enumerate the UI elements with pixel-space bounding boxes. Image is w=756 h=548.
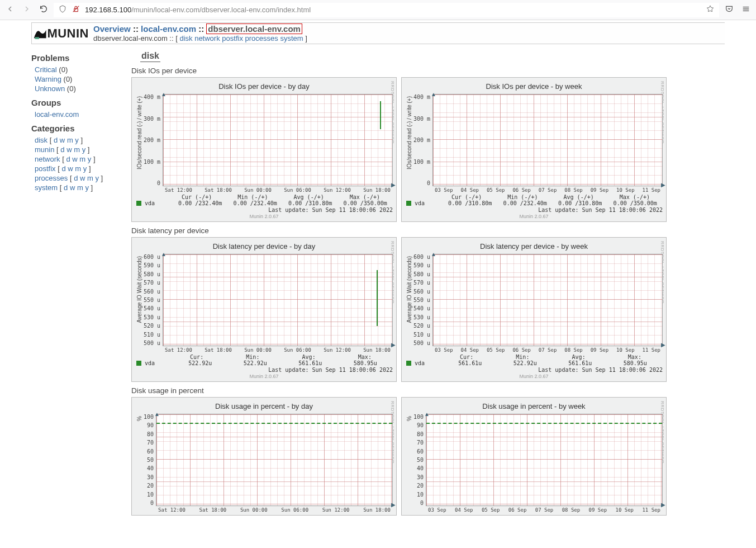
category-link-processes[interactable]: processes <box>35 174 68 182</box>
url-text: 192.168.5.100/munin/local-env.com/dbserv… <box>85 6 311 14</box>
reload-icon[interactable] <box>39 4 48 15</box>
shield-icon[interactable] <box>58 4 67 15</box>
url-bar[interactable]: 192.168.5.100/munin/local-env.com/dbserv… <box>54 3 719 17</box>
axis-arrow-right-icon: ▶ <box>391 182 396 188</box>
hamburger-icon[interactable] <box>741 4 750 15</box>
category-item: processes [ d w m y ] <box>31 173 120 183</box>
back-icon[interactable] <box>6 4 15 15</box>
category-item: system [ d w m y ] <box>31 183 120 192</box>
subcrumb-open: :: [ <box>169 34 179 42</box>
period-link-m[interactable]: m <box>75 164 81 173</box>
subcrumb-link-system[interactable]: system <box>280 34 303 42</box>
breadcrumb-group[interactable]: local-env.com <box>141 24 196 34</box>
period-link-y[interactable]: y <box>83 164 87 173</box>
period-link-m[interactable]: m <box>87 174 93 182</box>
munin-logo[interactable]: MUNIN <box>33 25 89 42</box>
legend-row: vda0.00 /232.40m0.00 /232.40m0.00 /310.8… <box>135 200 393 206</box>
problem-link[interactable]: Unknown <box>35 84 65 93</box>
main-content: disk Disk IOs per device RRDTOOL / TOBI … <box>126 51 756 520</box>
period-link-y[interactable]: y <box>75 136 79 144</box>
period-link-w[interactable]: w <box>60 136 65 144</box>
chart-card[interactable]: RRDTOOL / TOBI OETIKER Disk latency per … <box>401 237 667 382</box>
period-link-m[interactable]: m <box>79 155 85 163</box>
period-link-w[interactable]: w <box>66 145 72 154</box>
chart-title: Disk latency per device - by week <box>405 242 663 251</box>
x-ticks: Sat 12:00Sat 18:00Sun 00:00Sun 06:00Sun … <box>163 346 393 353</box>
munin-version: Munin 2.0.67 <box>135 374 393 379</box>
stats-header: Cur:Min:Avg:Max: <box>405 353 663 360</box>
axis-arrow-up-icon: ▲ <box>161 251 167 257</box>
period-link-d[interactable]: d <box>66 155 70 163</box>
period-link-w[interactable]: w <box>70 183 75 192</box>
period-link-d[interactable]: d <box>64 183 68 192</box>
problem-count: (0) <box>64 75 73 83</box>
problem-link[interactable]: Critical <box>35 65 57 74</box>
subcrumb-link-disk[interactable]: disk <box>179 34 192 42</box>
category-link-system[interactable]: system <box>35 183 58 192</box>
period-link-y[interactable]: y <box>95 174 99 182</box>
group-link[interactable]: local-env.com <box>35 110 79 119</box>
period-link-y[interactable]: y <box>88 155 92 163</box>
legend-label: vda <box>415 360 443 366</box>
legend-row: vda0.00 /310.80m0.00 /232.40m0.00 /310.8… <box>405 200 663 206</box>
chart-group-label: Disk usage in percent <box>131 386 725 395</box>
category-link-munin[interactable]: munin <box>35 145 54 154</box>
period-link-d[interactable]: d <box>61 164 65 173</box>
plot-area: ▲ ▶ <box>163 254 393 346</box>
period-link-d[interactable]: d <box>74 174 78 182</box>
chart-card[interactable]: RRDTOOL / TOBI OETIKER Disk usage in per… <box>131 397 397 516</box>
forward-icon[interactable] <box>22 4 31 15</box>
period-link-w[interactable]: w <box>72 155 77 163</box>
legend-swatch <box>406 361 411 366</box>
subcrumb-link-network[interactable]: network <box>194 34 220 42</box>
last-update: Last update: Sun Sep 11 18:00:06 2022 <box>405 206 663 213</box>
subcrumb-close: ] <box>305 34 307 42</box>
category-link-postfix[interactable]: postfix <box>35 164 56 173</box>
category-link-network[interactable]: network <box>35 155 60 163</box>
period-link-y[interactable]: y <box>82 145 86 154</box>
problem-link[interactable]: Warning <box>35 75 61 83</box>
period-link-w[interactable]: w <box>68 164 73 173</box>
threshold-line <box>156 423 392 424</box>
subcrumb-node: dbserver.local-env.com <box>93 34 168 42</box>
lock-strike-icon[interactable] <box>72 4 80 15</box>
period-link-m[interactable]: m <box>77 183 83 192</box>
legend-row: vda561.61u522.92u561.61u580.95u <box>405 360 663 366</box>
category-item: postfix [ d w m y ] <box>31 164 120 173</box>
period-link-d[interactable]: d <box>54 136 58 144</box>
pocket-icon[interactable] <box>725 4 734 15</box>
y-axis-label: Average IO Wait (seconds) <box>405 254 413 325</box>
period-link-w[interactable]: w <box>80 174 85 182</box>
problem-count: (0) <box>67 84 76 93</box>
categories-list: disk [ d w m y ]munin [ d w m y ]network… <box>31 135 120 192</box>
bookmark-star-icon[interactable] <box>706 4 715 15</box>
chart-card[interactable]: RRDTOOL / TOBI OETIKER Disk latency per … <box>131 237 397 382</box>
axis-arrow-up-icon: ▲ <box>154 411 160 417</box>
stats-header: Cur (-/+)Min (-/+)Avg (-/+)Max (-/+) <box>405 193 663 200</box>
plot-area: ▲ ▶ <box>163 94 393 186</box>
y-axis-label: IOs/second read (-) / write (+) <box>135 94 144 172</box>
y-axis-label: % <box>135 414 144 423</box>
axis-arrow-up-icon: ▲ <box>431 91 436 97</box>
breadcrumb-overview[interactable]: Overview <box>93 24 131 34</box>
category-link-disk[interactable]: disk <box>35 136 47 144</box>
category-item: disk [ d w m y ] <box>31 135 120 145</box>
period-link-y[interactable]: y <box>85 183 89 192</box>
chart-card[interactable]: RRDTOOL / TOBI OETIKER Disk IOs per devi… <box>401 77 667 222</box>
subcrumb-link-postfix[interactable]: postfix <box>222 34 243 42</box>
legend-swatch <box>136 361 141 366</box>
chart-card[interactable]: RRDTOOL / TOBI OETIKER Disk usage in per… <box>401 397 667 516</box>
breadcrumb: Overview :: local-env.com :: dbserver.lo… <box>93 24 307 34</box>
period-link-m[interactable]: m <box>74 145 80 154</box>
munin-version: Munin 2.0.67 <box>405 374 663 379</box>
subcrumb-link-processes[interactable]: processes <box>245 34 278 42</box>
period-link-d[interactable]: d <box>60 145 64 154</box>
chart-group-label: Disk latency per device <box>131 226 725 235</box>
breadcrumb-node-current: dbserver.local-env.com <box>206 23 302 34</box>
period-link-m[interactable]: m <box>67 136 73 144</box>
axis-arrow-right-icon: ▶ <box>661 182 665 188</box>
chart-card[interactable]: RRDTOOL / TOBI OETIKER Disk IOs per devi… <box>131 77 397 222</box>
y-ticks: 600 u590 u580 u570 u560 u550 u540 u530 u… <box>413 254 432 346</box>
x-ticks: Sat 12:00Sat 18:00Sun 00:00Sun 06:00Sun … <box>156 506 393 513</box>
chart-title: Disk IOs per device - by day <box>135 82 393 91</box>
